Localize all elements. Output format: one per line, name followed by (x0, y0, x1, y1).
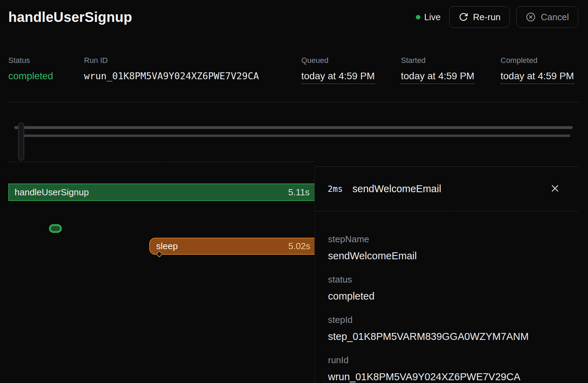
span-root-name: handleUserSignup (15, 187, 89, 198)
started-timestamp[interactable]: today at 4:59 PM (401, 70, 474, 84)
section-divider (8, 102, 579, 102)
queued-timestamp[interactable]: today at 4:59 PM (301, 70, 375, 84)
field-step-id-value: step_01K8PM5VARM839GGA0WZYM7ANM (328, 330, 564, 343)
rerun-button[interactable]: Re-run (449, 6, 510, 28)
span-sleep-name: sleep (156, 241, 178, 252)
minimap-brush-handle[interactable] (18, 122, 24, 161)
completed-timestamp[interactable]: today at 4:59 PM (501, 70, 574, 84)
panel-close-button[interactable] (548, 182, 562, 196)
gantt-top-border (8, 162, 314, 162)
meta-run-id: Run ID wrun_01K8PM5VA9Y024XZ6PWE7V29CA (84, 56, 259, 82)
header: handleUserSignup Live Re-run (8, 6, 578, 28)
panel-header: 2ms sendWelcomeEmail (315, 167, 578, 211)
span-sleep-duration: 5.02s (288, 241, 310, 252)
step-marker[interactable] (49, 224, 62, 233)
workflow-run-page: { "header": { "title": "handleUserSignup… (0, 0, 588, 383)
minimap-span-root (14, 126, 573, 129)
field-status: status completed (328, 274, 564, 302)
step-detail-panel: 2ms sendWelcomeEmail stepName sendWelcom… (314, 166, 578, 383)
field-step-id-label: stepId (328, 314, 564, 325)
meta-queued-label: Queued (301, 56, 375, 65)
field-run-id-value: wrun_01K8PM5VA9Y024XZ6PWE7V29CA (328, 370, 564, 383)
span-root-duration: 5.11s (288, 187, 310, 198)
field-status-label: status (328, 274, 564, 285)
field-step-id: stepId step_01K8PM5VARM839GGA0WZYM7ANM (328, 314, 564, 343)
timeline-span-root[interactable]: handleUserSignup 5.11s (8, 184, 314, 201)
panel-fields: stepName sendWelcomeEmail status complet… (315, 211, 578, 383)
field-run-id-label: runId (328, 355, 564, 366)
field-status-value: completed (328, 290, 564, 302)
cancel-label: Cancel (541, 12, 569, 23)
meta-completed: Completed today at 4:59 PM (501, 56, 574, 84)
minimap-span-sleep (21, 135, 570, 137)
refresh-icon (459, 12, 468, 22)
status-badge: completed (8, 70, 53, 82)
run-id-value: wrun_01K8PM5VA9Y024XZ6PWE7V29CA (84, 70, 259, 82)
meta-status: Status completed (8, 56, 53, 82)
live-status: Live (416, 12, 441, 23)
field-run-id: runId wrun_01K8PM5VA9Y024XZ6PWE7V29CA (328, 355, 564, 383)
meta-started-label: Started (401, 56, 474, 65)
header-actions: Live Re-run Cancel (416, 6, 578, 28)
field-step-name-value: sendWelcomeEmail (328, 250, 564, 262)
panel-step-title: sendWelcomeEmail (352, 183, 441, 195)
close-icon (550, 189, 560, 195)
circle-x-icon (526, 12, 536, 22)
cancel-button[interactable]: Cancel (516, 6, 578, 28)
meta-run-id-label: Run ID (84, 56, 259, 65)
meta-status-label: Status (8, 56, 53, 65)
live-label: Live (424, 12, 441, 23)
timeline-span-sleep[interactable]: sleep 5.02s (149, 238, 314, 255)
meta-started: Started today at 4:59 PM (401, 56, 474, 84)
field-step-name: stepName sendWelcomeEmail (328, 234, 564, 262)
field-step-name-label: stepName (328, 234, 564, 245)
rerun-label: Re-run (473, 12, 501, 23)
page-title: handleUserSignup (8, 9, 132, 25)
meta-completed-label: Completed (501, 56, 574, 65)
live-dot-icon (416, 15, 420, 19)
meta-queued: Queued today at 4:59 PM (301, 56, 375, 84)
panel-step-duration: 2ms (328, 184, 343, 194)
